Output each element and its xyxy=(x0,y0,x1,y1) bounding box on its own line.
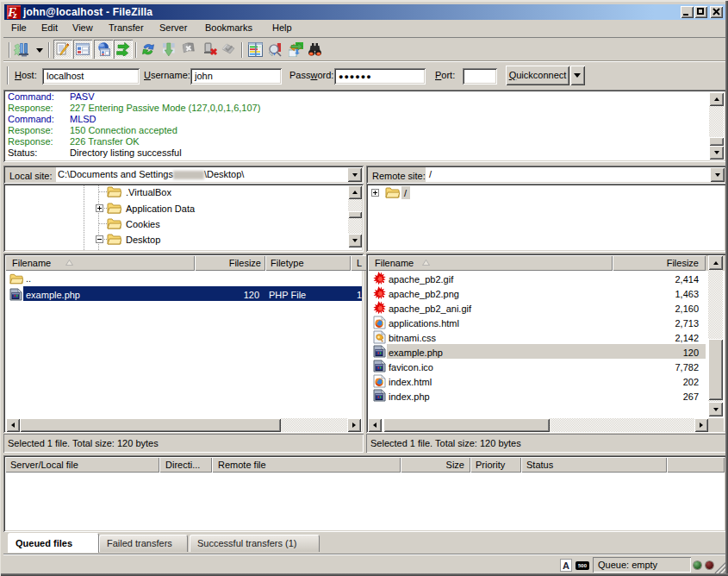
svg-text:z: z xyxy=(12,9,17,19)
